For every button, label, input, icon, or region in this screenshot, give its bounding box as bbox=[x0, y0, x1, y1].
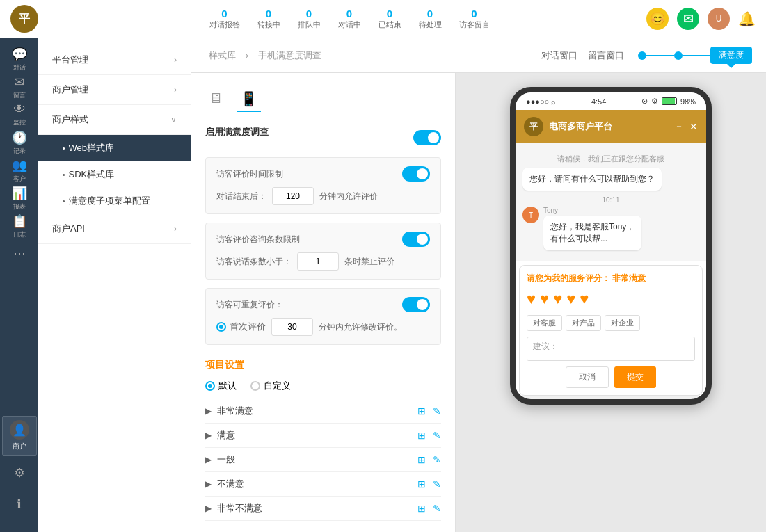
info-icon: ℹ bbox=[17, 497, 22, 512]
edit-btn-3[interactable]: ✎ bbox=[433, 478, 441, 490]
option-arrow-0: ▶ bbox=[205, 406, 212, 416]
main-toggle-label: 启用满意度调查 bbox=[205, 126, 269, 138]
menu-api-label: 商户API bbox=[52, 223, 85, 235]
narrow-item-0[interactable]: 💬对话 bbox=[6, 45, 33, 73]
time-limit-toggle[interactable] bbox=[402, 166, 430, 182]
submenu-web[interactable]: • Web样式库 bbox=[38, 135, 191, 161]
close-chat-icon[interactable]: ✕ bbox=[689, 121, 698, 132]
stat-item-2[interactable]: 0排队中 bbox=[298, 8, 321, 30]
repeat-eval-input[interactable] bbox=[271, 318, 313, 336]
tab-dialog[interactable]: 对话窗口 bbox=[541, 46, 577, 65]
count-limit-section: 访客评价咨询条数限制 访客说话条数小于： 条时禁止评价 bbox=[205, 223, 441, 280]
menu-merchant[interactable]: 商户管理 › bbox=[38, 75, 191, 105]
edit-btn-4[interactable]: ✎ bbox=[433, 503, 441, 514]
step-node-1 bbox=[638, 51, 646, 60]
stat-label-2: 排队中 bbox=[298, 19, 321, 30]
submenu-sat-label: 满意度子项菜单配置 bbox=[69, 195, 150, 207]
stat-label-5: 待处理 bbox=[419, 19, 442, 30]
chat-brand-avatar: 平 bbox=[524, 117, 543, 136]
menu-api[interactable]: 商户API › bbox=[38, 214, 191, 244]
topbar-right: 😊 ✉ U 🔔 bbox=[646, 8, 756, 30]
submit-button[interactable]: 提交 bbox=[614, 366, 656, 388]
option-left-1: ▶ 满意 bbox=[205, 429, 235, 442]
submenu-satisfaction[interactable]: • 满意度子项菜单配置 bbox=[38, 188, 191, 214]
edit-btn-0[interactable]: ✎ bbox=[433, 405, 441, 417]
narrow-item-1[interactable]: ✉留言 bbox=[6, 73, 33, 101]
option-custom[interactable]: 自定义 bbox=[250, 380, 291, 392]
battery-bar bbox=[662, 97, 677, 105]
narrow-item-6[interactable]: 📋日志 bbox=[6, 212, 33, 240]
wechat-icon[interactable]: ✉ bbox=[677, 8, 699, 30]
settings-panel: 🖥 📱 启用满意度调查 访客评价时间限制 对话结束后： bbox=[191, 73, 456, 532]
edit-btn-1[interactable]: ✎ bbox=[433, 430, 441, 441]
option-actions-0: ⊞ ✎ bbox=[417, 405, 441, 417]
emoji-icon[interactable]: 😊 bbox=[646, 8, 669, 30]
submenu-sat-dot: • bbox=[63, 198, 65, 205]
stat-num-2: 0 bbox=[306, 8, 312, 19]
step-active[interactable]: 满意度 bbox=[710, 47, 752, 64]
star-5[interactable]: ♥ bbox=[580, 290, 589, 308]
user-avatar[interactable]: U bbox=[708, 8, 730, 30]
merchant-item[interactable]: 👤 商户 bbox=[2, 416, 37, 456]
narrow-item-2[interactable]: 👁监控 bbox=[6, 101, 33, 129]
tag-service[interactable]: 对客服 bbox=[527, 315, 562, 331]
repeat-eval-toggle[interactable] bbox=[402, 297, 430, 312]
add-btn-3[interactable]: ⊞ bbox=[417, 478, 426, 490]
agent-message-block: Tony 您好，我是客服Tony，有什么可以帮... bbox=[543, 207, 641, 250]
menu-platform[interactable]: 平台管理 › bbox=[38, 45, 191, 75]
sidebar-narrow: 💬对话✉留言👁监控🕐记录👥客户📊报表📋日志⋯ 👤 商户 ⚙ ℹ bbox=[0, 38, 38, 532]
radio-first-eval[interactable]: 首次评价 bbox=[216, 321, 266, 333]
bell-icon[interactable]: 🔔 bbox=[738, 10, 756, 27]
device-mobile[interactable]: 📱 bbox=[237, 87, 261, 112]
stat-item-4[interactable]: 0已结束 bbox=[378, 8, 401, 30]
tags-row: 对客服 对产品 对企业 bbox=[527, 315, 695, 331]
tag-product[interactable]: 对产品 bbox=[566, 315, 601, 331]
add-btn-2[interactable]: ⊞ bbox=[417, 454, 426, 465]
option-arrow-4: ▶ bbox=[205, 503, 212, 513]
narrow-item-7[interactable]: ⋯ bbox=[6, 240, 33, 268]
device-desktop[interactable]: 🖥 bbox=[205, 87, 226, 112]
tab-message[interactable]: 留言窗口 bbox=[588, 46, 624, 65]
project-items-list: ▶ 非常满意 ⊞ ✎ ▶ 满意 ⊞ ✎ ▶ 一般 ⊞ ✎ ▶ 不满意 ⊞ bbox=[205, 399, 441, 521]
suggest-area[interactable]: 建议： bbox=[527, 337, 695, 361]
narrow-item-5[interactable]: 📊报表 bbox=[6, 184, 33, 212]
stat-item-0[interactable]: 0对话报答 bbox=[209, 8, 240, 30]
menu-style[interactable]: 商户样式 ∨ bbox=[38, 105, 191, 135]
count-limit-input[interactable] bbox=[297, 252, 339, 271]
narrow-label-4: 客户 bbox=[13, 175, 26, 184]
count-limit-label: 访客评价咨询条数限制 bbox=[216, 234, 300, 245]
narrow-item-3[interactable]: 🕐记录 bbox=[6, 129, 33, 156]
tag-enterprise[interactable]: 对企业 bbox=[605, 315, 640, 331]
add-btn-4[interactable]: ⊞ bbox=[417, 503, 426, 514]
minimize-icon[interactable]: － bbox=[674, 120, 684, 133]
step-node-2 bbox=[674, 51, 683, 60]
narrow-label-1: 留言 bbox=[13, 91, 26, 100]
breadcrumb: 样式库 › 手机满意度调查 bbox=[205, 49, 325, 62]
info-nav-item[interactable]: ℹ bbox=[6, 490, 33, 518]
time-limit-input[interactable] bbox=[272, 187, 314, 205]
stat-item-6[interactable]: 0访客留言 bbox=[459, 8, 490, 30]
edit-btn-2[interactable]: ✎ bbox=[433, 454, 441, 465]
settings-nav-item[interactable]: ⚙ bbox=[6, 459, 33, 487]
content-area: 样式库 › 手机满意度调查 对话窗口 留言窗口 bbox=[191, 38, 766, 532]
main-toggle[interactable] bbox=[413, 130, 441, 145]
count-limit-toggle[interactable] bbox=[402, 232, 430, 247]
star-1[interactable]: ♥ bbox=[527, 290, 536, 308]
cancel-button[interactable]: 取消 bbox=[566, 366, 609, 388]
star-4[interactable]: ♥ bbox=[566, 290, 575, 308]
add-btn-1[interactable]: ⊞ bbox=[417, 430, 426, 441]
chat-header-left: 平 电商多商户平台 bbox=[524, 117, 612, 136]
stat-item-1[interactable]: 0转接中 bbox=[257, 8, 280, 30]
project-item-2: ▶ 一般 ⊞ ✎ bbox=[205, 448, 441, 472]
narrow-item-4[interactable]: 👥客户 bbox=[6, 156, 33, 184]
stat-item-5[interactable]: 0待处理 bbox=[419, 8, 442, 30]
agent-bubble: 您好，我是客服Tony，有什么可以帮... bbox=[543, 216, 641, 250]
stat-item-3[interactable]: 0对话中 bbox=[338, 8, 361, 30]
add-btn-0[interactable]: ⊞ bbox=[417, 405, 426, 417]
project-item-1: ▶ 满意 ⊞ ✎ bbox=[205, 424, 441, 448]
submenu-sdk[interactable]: • SDK样式库 bbox=[38, 161, 191, 188]
battery-fill bbox=[662, 98, 675, 104]
star-3[interactable]: ♥ bbox=[553, 290, 562, 308]
star-2[interactable]: ♥ bbox=[540, 290, 549, 308]
option-default[interactable]: 默认 bbox=[205, 380, 237, 392]
